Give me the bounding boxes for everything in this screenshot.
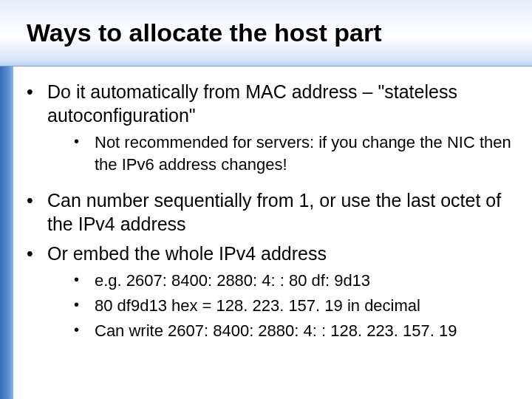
title-band: Ways to allocate the host part — [0, 0, 532, 66]
sub-bullet-list: e.g. 2607: 8400: 2880: 4: : 80 df: 9d13 … — [47, 270, 517, 341]
bullet-text: Do it automatically from MAC address – "… — [47, 81, 457, 126]
bullet-text: Can number sequentially from 1, or use t… — [47, 190, 501, 234]
bullet-item: Do it automatically from MAC address – "… — [22, 80, 517, 175]
sub-bullet-item: e.g. 2607: 8400: 2880: 4: : 80 df: 9d13 — [47, 270, 517, 292]
bullet-text: Or embed the whole IPv4 address — [47, 243, 327, 264]
bullet-item: Or embed the whole IPv4 address e.g. 260… — [22, 242, 517, 341]
slide-title: Ways to allocate the host part — [27, 18, 382, 47]
sub-bullet-list: Not recommended for servers: if you chan… — [47, 132, 517, 175]
sub-bullet-text: Can write 2607: 8400: 2880: 4: : 128. 22… — [95, 321, 457, 340]
sub-bullet-text: Not recommended for servers: if you chan… — [95, 133, 511, 174]
slide-body: Do it automatically from MAC address – "… — [22, 80, 517, 349]
sub-bullet-item: 80 df9d13 hex = 128. 223. 157. 19 in dec… — [47, 295, 517, 317]
bullet-item: Can number sequentially from 1, or use t… — [22, 188, 517, 236]
sub-bullet-item: Not recommended for servers: if you chan… — [47, 132, 517, 175]
sub-bullet-text: e.g. 2607: 8400: 2880: 4: : 80 df: 9d13 — [95, 271, 370, 290]
sub-bullet-text: 80 df9d13 hex = 128. 223. 157. 19 in dec… — [95, 296, 420, 315]
bullet-list: Do it automatically from MAC address – "… — [22, 80, 517, 341]
sub-bullet-item: Can write 2607: 8400: 2880: 4: : 128. 22… — [47, 320, 517, 342]
